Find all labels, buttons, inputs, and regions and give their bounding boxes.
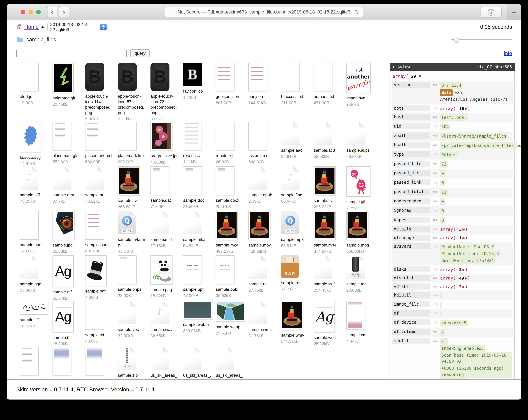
debug-value: /:	[440, 338, 448, 345]
file-item[interactable]: sample.mkv407.13kB	[212, 211, 245, 255]
file-item[interactable]: sample.json606.00B	[82, 211, 114, 255]
file-item[interactable]: sample.ai.ps59.88kB	[343, 121, 375, 166]
share-info-button[interactable]: i	[480, 7, 502, 18]
file-item[interactable]: humans.txt471.00B	[310, 62, 343, 121]
file-thumbnail: Sample TitleSample Subtitle	[216, 255, 244, 284]
file-item[interactable]: QMP3sample.mp353.91kB	[277, 211, 310, 255]
debug-arrow: =>	[430, 217, 440, 224]
file-item[interactable]: rss.xml.rss660.00B	[245, 121, 277, 166]
file-item[interactable]: Bapple-touch-icon-72-precomposed.png3.09…	[147, 62, 180, 121]
file-item[interactable]: alert.js19.00B	[16, 62, 49, 121]
file-item[interactable]: animated.gif20.46kB	[49, 62, 82, 121]
file-item[interactable]: ♪sample.flac66.84kB	[277, 166, 310, 211]
file-item[interactable]: sample.wma31.76kB	[245, 301, 277, 346]
file-item[interactable]: sample.ra27.76kB	[245, 255, 277, 301]
expand-array-icon[interactable]: ▶	[462, 227, 465, 232]
file-item[interactable]: Agsample.ttf18.30kB	[49, 301, 82, 346]
file-item[interactable]: sample.avi366.88kB	[114, 166, 147, 211]
expand-array-icon[interactable]: ▶	[465, 276, 468, 281]
file-item[interactable]: Bapple-touch-icon-57-precomposed.png2.21…	[114, 62, 147, 121]
slider-knob[interactable]	[454, 37, 459, 42]
address-bar[interactable]: Not Secure — ?db=data/skim/663_sample_fi…	[165, 7, 363, 17]
file-item[interactable]: ♪sample.wav36.65kB	[147, 301, 180, 346]
file-item[interactable]: sample.html143.00B	[16, 211, 49, 255]
file-item[interactable]: Bfavicon.ico1.12kB	[180, 62, 212, 121]
expand-array-icon[interactable]: ▶	[465, 106, 468, 111]
file-item[interactable]: sample.jpg35.63kB	[49, 211, 82, 255]
file-item[interactable]: sample.epub2.39kB	[245, 166, 277, 211]
file-item[interactable]: sample.aac32.91kB	[277, 121, 310, 166]
file-item[interactable]: sample.tiff10.69kB	[16, 301, 49, 346]
slider-track[interactable]	[451, 39, 512, 40]
file-item[interactable]: htaccess.txt211.00B	[277, 62, 310, 121]
file-item[interactable]: sample.mov458.68kB	[245, 211, 277, 255]
file-item[interactable]: sample.phps28.00B	[114, 255, 147, 301]
file-item[interactable]: sample.dat71.00B	[147, 166, 180, 211]
file-thumbnail	[216, 63, 244, 91]
file-item[interactable]: sample.doc21.50kB	[180, 166, 212, 211]
file-item[interactable]: QMP3sample.m4a.mp333.73kB	[114, 211, 147, 255]
toolbar-divider	[476, 8, 476, 16]
file-item[interactable]: yosample.gif7.75kB	[343, 166, 375, 211]
expand-array-icon[interactable]: ▶	[462, 284, 465, 289]
close-window-button[interactable]	[21, 10, 25, 14]
file-item[interactable]: sample.webp29.61kB	[212, 301, 245, 346]
file-item[interactable]: placemark.gfs552.00B	[49, 121, 82, 166]
file-item[interactable]: reset.css1.11kB	[180, 121, 212, 166]
minimize-window-button[interactable]	[28, 10, 33, 14]
file-item[interactable]: placemark.gml606.00B	[82, 121, 114, 166]
expand-array-icon[interactable]: ▶	[462, 235, 465, 240]
file-item[interactable]: progressive.jpg43.83kB	[147, 121, 180, 166]
file-item[interactable]: sample.txt43.00B	[82, 301, 114, 346]
debug-badge-line: date−2hr America/Los_Angeles (UTC-7)	[440, 89, 512, 103]
file-item[interactable]: TARsample.tar20.00kB	[343, 255, 375, 301]
file-item[interactable]: sample.docx25.67kB	[212, 166, 245, 211]
file-item[interactable]: sample.webm329.03kB	[180, 301, 212, 346]
database-select[interactable]: 2019-05-18_02-18-22.sqlite3	[48, 23, 108, 31]
file-name: kosovo.svg	[20, 155, 48, 160]
file-item[interactable]: robots.txt26.00B	[212, 121, 245, 166]
file-item[interactable]: sample.amr3.97kB	[49, 166, 82, 211]
file-item[interactable]: sample.mp4374.64kB	[310, 211, 343, 255]
info-link[interactable]: info	[504, 50, 512, 56]
file-item[interactable]: sample.flv296.22kB	[310, 166, 343, 211]
thumbnail-size-slider[interactable]	[451, 36, 512, 43]
file-item[interactable]: ♪sample.aiff73.25kB	[16, 166, 49, 211]
file-name: sample.swf	[314, 281, 342, 287]
file-item[interactable]: sample.wmv541.31kB	[277, 301, 310, 346]
collapse-array-icon[interactable]: ▼	[419, 74, 421, 79]
file-item[interactable]: sample.voc32.00kB	[114, 301, 147, 346]
file-thumbnail	[314, 255, 342, 279]
file-item[interactable]: sample.png15.82kB	[147, 255, 180, 301]
file-item[interactable]: kosovo.svg14.51kB	[16, 121, 49, 166]
expand-array-icon[interactable]: ▶	[462, 267, 465, 272]
file-item[interactable]: sample.mid17.18kB	[147, 211, 180, 255]
query-input[interactable]	[16, 49, 127, 57]
reload-icon[interactable]: ↻	[355, 9, 360, 15]
new-tab-button[interactable]: +	[507, 4, 521, 20]
file-item[interactable]: RARsample.rar12.31kB	[277, 255, 310, 301]
back-button[interactable]: ‹	[47, 7, 57, 17]
file-item[interactable]: sample.au73.22kB	[82, 166, 114, 211]
file-item[interactable]: sample.swf294.43kB	[310, 255, 343, 301]
file-item[interactable]: placemark.kml292.00B	[114, 121, 147, 166]
file-item[interactable]: justanotherexampleimage.svg9.84kB	[343, 62, 375, 121]
file-item[interactable]: sample.ac353.50kB	[310, 121, 343, 166]
file-item[interactable]: Agsample.otf31.54kB	[49, 255, 82, 301]
home-link[interactable]: Home	[24, 24, 39, 30]
file-item[interactable]: sample.mpg656.00kB	[343, 211, 375, 255]
file-item[interactable]: geojson.json801.00B	[212, 62, 245, 121]
file-item[interactable]: sample.pdf4.86kB	[82, 255, 114, 301]
file-item[interactable]: sample.xml4.44kB	[343, 301, 375, 346]
query-button[interactable]: query	[130, 49, 150, 57]
zoom-window-button[interactable]	[36, 10, 41, 14]
file-item[interactable]: har.json144.51kB	[245, 62, 277, 121]
debug-value: 504	[440, 124, 450, 130]
forward-button[interactable]: ›	[59, 7, 69, 17]
file-item[interactable]: sample.mka54.84kB	[180, 211, 212, 255]
file-item[interactable]: Sample TitleSample Subtitlesample.pptx36…	[212, 255, 245, 301]
file-item[interactable]: Sample TitleSample Subtitlesample.ppt47.…	[180, 255, 212, 301]
file-item[interactable]: Agsample.woff25.22kB	[310, 301, 343, 346]
file-item[interactable]: sample.ogg95.88kB	[16, 255, 49, 301]
file-item[interactable]: Bapple-touch-icon-114-precomposed.png5.9…	[82, 62, 114, 121]
